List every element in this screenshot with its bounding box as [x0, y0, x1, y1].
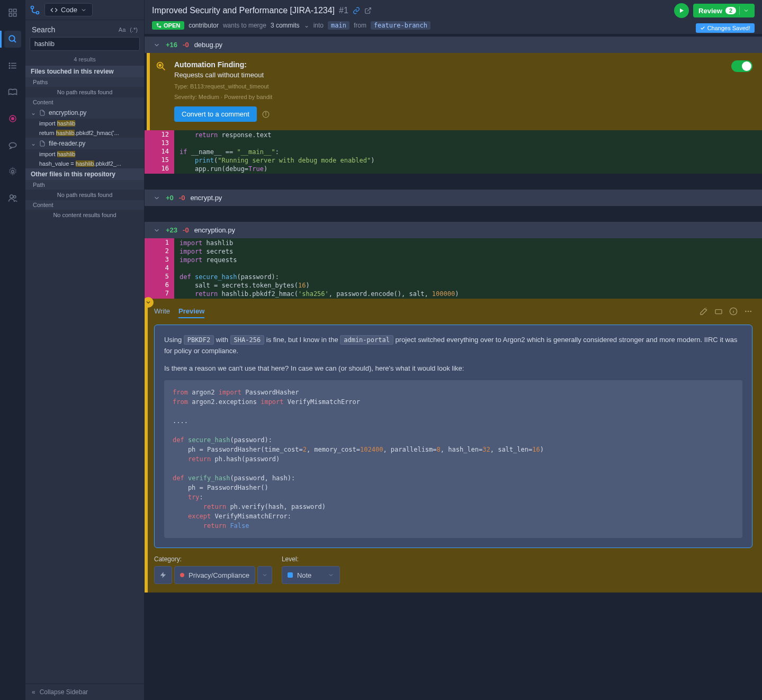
chevron-down-icon — [80, 7, 87, 13]
main: Improved Security and Performance [JIRA-… — [145, 0, 762, 700]
svg-point-34 — [750, 311, 751, 312]
svg-point-28 — [265, 112, 266, 113]
chevron-down-icon — [153, 41, 160, 49]
file-icon — [39, 110, 46, 116]
code-dropdown[interactable]: Code — [44, 3, 93, 16]
file-row-filereader[interactable]: ⌄ file-reader.py — [25, 138, 144, 149]
tab-preview[interactable]: Preview — [178, 307, 204, 318]
category-dropdown[interactable] — [257, 566, 272, 584]
chevron-down-icon[interactable]: ⌄ — [304, 22, 309, 29]
file-header-encryption[interactable]: +23 -0 encryption.py — [145, 222, 762, 238]
branch-feature[interactable]: feature-branch — [371, 21, 431, 30]
code-icon — [50, 6, 58, 14]
file-name: encrypt.py — [190, 194, 222, 202]
svg-point-9 — [9, 63, 10, 64]
convert-button[interactable]: Convert to a comment — [174, 106, 257, 122]
diff-del: -0 — [179, 194, 185, 202]
info-icon[interactable] — [729, 307, 738, 318]
toggle-switch[interactable] — [731, 60, 752, 72]
category-select[interactable]: Privacy/Compliance — [174, 566, 255, 584]
code-inline: admin-portal — [340, 335, 393, 345]
rail-gear-icon[interactable] — [4, 163, 21, 180]
svg-point-16 — [14, 196, 16, 199]
svg-point-4 — [9, 35, 15, 41]
finding-type: Type: B113:request_without_timeout — [174, 83, 752, 89]
svg-point-18 — [37, 11, 39, 14]
level-select[interactable]: Note — [282, 566, 340, 584]
match-row[interactable]: return hashlib.pbkdf2_hmac('... — [25, 128, 144, 138]
file-name: encryption.py — [49, 109, 86, 116]
match-row[interactable]: import hashlib — [25, 149, 144, 159]
svg-point-22 — [159, 26, 161, 28]
rail-record-icon[interactable] — [4, 110, 21, 127]
file-header-debug[interactable]: +16 -0 debug.py — [145, 37, 762, 53]
link-icon[interactable] — [353, 7, 360, 14]
match-row[interactable]: hash_value = hashlib.pbkdf2_... — [25, 159, 144, 168]
comment-paragraph: Is there a reason we can't use that here… — [164, 363, 742, 374]
review-count-badge: 2 — [725, 7, 736, 14]
play-button[interactable] — [674, 3, 689, 18]
finding-icon — [155, 60, 167, 72]
file-name: encryption.py — [194, 226, 235, 234]
svg-point-13 — [11, 117, 14, 120]
svg-rect-2 — [14, 14, 16, 16]
svg-point-32 — [745, 311, 747, 312]
svg-rect-0 — [9, 9, 12, 12]
code-block-debug: 1213141516 return response.text if __nam… — [145, 130, 762, 174]
file-header-encrypt[interactable]: +0 -0 encrypt.py — [145, 190, 762, 206]
rail-search-icon[interactable] — [4, 31, 21, 48]
more-icon[interactable] — [744, 307, 752, 318]
rail-chat-icon[interactable] — [4, 137, 21, 154]
sidebar: Code Search Aa (.*) 4 results Files touc… — [25, 0, 145, 700]
file-name: debug.py — [194, 41, 223, 49]
branch-main[interactable]: main — [328, 21, 349, 30]
top-bar: Improved Security and Performance [JIRA-… — [145, 0, 762, 34]
code-label: Code — [61, 6, 77, 14]
search-input[interactable] — [30, 37, 140, 51]
automation-finding: Automation Finding: Requests call withou… — [147, 53, 762, 130]
info-icon[interactable] — [262, 111, 270, 118]
rail-users-icon[interactable] — [4, 190, 21, 207]
pr-title: Improved Security and Performance [JIRA-… — [152, 6, 335, 15]
external-link-icon[interactable] — [364, 7, 372, 14]
chevron-down-icon — [328, 572, 334, 578]
svg-rect-1 — [14, 9, 16, 12]
pr-number: #1 — [339, 6, 348, 15]
bolt-button[interactable] — [154, 566, 172, 584]
svg-point-14 — [12, 170, 14, 173]
case-toggle[interactable]: Aa — [119, 26, 125, 33]
file-icon — [39, 140, 46, 147]
chevron-down-icon — [153, 227, 160, 234]
svg-point-15 — [10, 195, 13, 198]
svg-point-25 — [159, 64, 161, 66]
svg-rect-29 — [715, 310, 722, 314]
match-row[interactable]: import hashlib — [25, 119, 144, 128]
svg-marker-35 — [160, 572, 166, 579]
code-inline: PBKDF2 — [184, 335, 214, 345]
regex-toggle[interactable]: (.*) — [130, 26, 138, 33]
collapse-sidebar[interactable]: « Collapse Sidebar — [25, 684, 144, 700]
keyboard-icon[interactable] — [714, 307, 723, 318]
search-title: Search — [32, 25, 55, 34]
finding-title: Automation Finding: — [174, 60, 752, 69]
svg-point-11 — [9, 68, 10, 69]
rail-list-icon[interactable] — [4, 57, 21, 74]
file-row-encryption[interactable]: ⌄ encryption.py — [25, 107, 144, 119]
diff-add: +16 — [166, 41, 177, 49]
rail-branch-icon[interactable] — [4, 4, 21, 21]
collapse-icon: « — [32, 688, 35, 696]
tab-write[interactable]: Write — [154, 307, 170, 318]
no-paths-msg2: No path results found — [25, 190, 144, 200]
comment-box: Write Preview Using PBKDF2 with SHA-256 … — [145, 299, 762, 593]
rail-book-icon[interactable] — [4, 84, 21, 101]
saved-badge: Changes Saved! — [696, 23, 755, 33]
collapse-icon[interactable] — [145, 297, 154, 308]
review-button[interactable]: Review 2 — [693, 4, 755, 17]
chevron-down-icon: ⌄ — [31, 140, 36, 147]
dot-icon — [180, 573, 184, 577]
wand-icon[interactable] — [700, 307, 708, 318]
code-suggestion: from argon2 import PasswordHasher from a… — [164, 380, 742, 538]
diff-del: -0 — [183, 41, 189, 49]
svg-line-24 — [162, 67, 165, 70]
svg-line-19 — [367, 8, 371, 11]
